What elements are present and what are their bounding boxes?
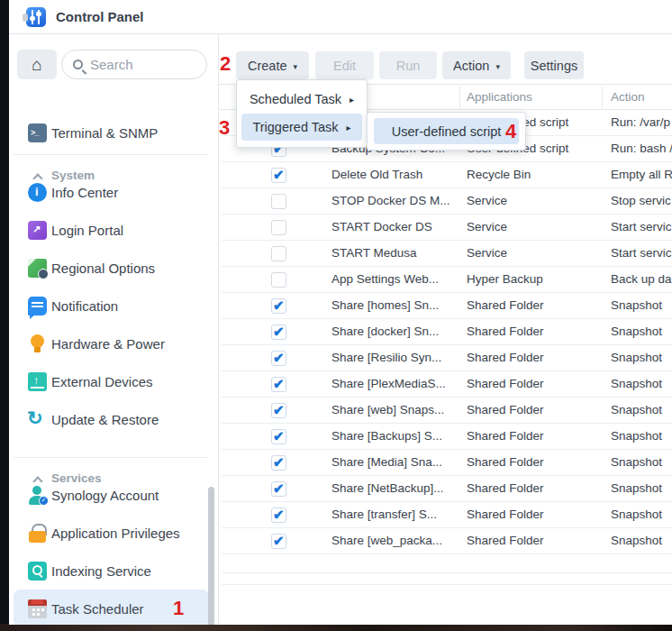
column-header-action[interactable]: Action xyxy=(611,90,645,104)
table-row[interactable]: Share [Backups] S... Shared Folder Snaps… xyxy=(222,424,672,450)
table-row[interactable]: Share [web] Snaps... Shared Folder Snaps… xyxy=(222,398,672,424)
task-action: Start servic xyxy=(611,246,672,260)
table-row[interactable]: Share [NetBackup]... Shared Folder Snaps… xyxy=(222,476,672,502)
sidebar-item-label: Notification xyxy=(51,298,118,314)
task-application: Shared Folder xyxy=(467,377,544,390)
table-row[interactable]: Delete Old Trash Recycle Bin Empty all R xyxy=(222,162,672,188)
sidebar-item-external-devices[interactable]: External Devices xyxy=(9,362,219,400)
home-button[interactable]: ⌂ xyxy=(17,50,57,79)
sidebar: ⌂ Search Terminal & SNMPSystemInfo Cente… xyxy=(9,34,219,625)
row-checkbox[interactable] xyxy=(271,455,286,471)
table-row[interactable]: App Settings Web... Hyper Backup Back up… xyxy=(222,267,672,293)
create-dropdown-menu: Scheduled Task▸Triggered Task▸ xyxy=(236,79,368,148)
task-action: Snapshot xyxy=(611,298,662,312)
chevron-down-icon: ▾ xyxy=(495,62,500,71)
table-row[interactable]: Share [PlexMediaS... Shared Folder Snaps… xyxy=(222,371,672,398)
sidebar-item-label: Task Scheduler xyxy=(51,601,144,617)
table-row[interactable]: Share [Media] Sna... Shared Folder Snaps… xyxy=(222,450,672,476)
search-placeholder: Search xyxy=(90,57,133,72)
sidebar-item-info-center[interactable]: Info Center xyxy=(9,173,219,211)
row-checkbox[interactable] xyxy=(271,194,286,209)
title-bar: Control Panel xyxy=(9,0,672,34)
edit-button[interactable]: Edit xyxy=(315,51,374,79)
sidebar-item-label: Update & Restore xyxy=(51,412,159,427)
task-scheduler-icon xyxy=(28,599,47,618)
row-checkbox[interactable] xyxy=(271,377,286,392)
task-action: Snapshot xyxy=(611,351,662,364)
settings-button[interactable]: Settings xyxy=(524,51,584,79)
task-name: Share [docker] Sn... xyxy=(331,325,439,338)
menu-item-user-defined-script[interactable]: User-defined script xyxy=(374,118,519,144)
task-application: Recycle Bin xyxy=(467,168,531,181)
run-button[interactable]: Run xyxy=(379,51,437,79)
task-name: Share [Backups] S... xyxy=(331,429,442,443)
task-action: Snapshot xyxy=(611,481,662,495)
sidebar-divider xyxy=(14,154,207,155)
task-action: Snapshot xyxy=(611,534,662,547)
login-portal-icon xyxy=(28,221,47,240)
submenu-arrow-icon: ▸ xyxy=(350,95,354,105)
row-checkbox[interactable] xyxy=(271,272,286,288)
task-action: Snapshot xyxy=(611,455,662,469)
sidebar-item-hardware-power[interactable]: Hardware & Power xyxy=(9,325,219,362)
hardware-power-icon xyxy=(28,334,47,353)
window-title: Control Panel xyxy=(56,9,144,24)
sidebar-scrollbar[interactable] xyxy=(208,487,214,625)
row-checkbox[interactable] xyxy=(271,429,286,444)
row-checkbox[interactable] xyxy=(271,325,286,340)
row-checkbox[interactable] xyxy=(271,168,286,183)
sidebar-item-indexing-service[interactable]: Indexing Service xyxy=(9,552,219,590)
button-label: Edit xyxy=(333,59,356,73)
sidebar-item-notification[interactable]: Notification xyxy=(9,287,219,325)
row-checkbox[interactable] xyxy=(271,246,286,261)
row-checkbox[interactable] xyxy=(271,403,286,418)
empty-row-divider xyxy=(222,584,672,585)
row-checkbox[interactable] xyxy=(271,298,286,314)
row-checkbox[interactable] xyxy=(271,481,286,497)
task-application: Shared Folder xyxy=(467,403,544,416)
sidebar-item-login-portal[interactable]: Login Portal xyxy=(9,211,219,249)
menu-item-triggered-task[interactable]: Triggered Task▸ xyxy=(241,114,362,141)
submenu-arrow-icon: ▸ xyxy=(347,123,351,133)
menu-item-scheduled-task[interactable]: Scheduled Task▸ xyxy=(241,86,362,113)
task-action: Snapshot xyxy=(611,429,662,443)
task-action: Run: /var/p xyxy=(611,115,670,129)
row-checkbox[interactable] xyxy=(271,508,286,523)
table-row[interactable]: STOP Docker DS M... Service Stop servic xyxy=(222,188,672,215)
sidebar-item-terminal-snmp[interactable]: Terminal & SNMP xyxy=(9,114,219,151)
sidebar-item-task-scheduler[interactable]: Task Scheduler1 xyxy=(14,590,209,625)
task-action: Snapshot xyxy=(611,325,662,338)
annotation-step-2: 2 xyxy=(220,54,231,74)
table-row[interactable]: START Docker DS Service Start servic xyxy=(222,215,672,241)
synology-account-icon: ✓ xyxy=(28,486,47,505)
sidebar-item-regional-options[interactable]: Regional Options xyxy=(9,249,219,287)
table-row[interactable]: Share [docker] Sn... Shared Folder Snaps… xyxy=(222,319,672,345)
task-name: Share [web_packa... xyxy=(331,534,442,547)
column-divider xyxy=(602,87,603,109)
sidebar-divider xyxy=(14,457,207,458)
row-checkbox[interactable] xyxy=(271,220,286,235)
table-row[interactable]: START Medusa Service Start servic xyxy=(222,241,672,267)
sidebar-item-application-privileges[interactable]: Application Privileges xyxy=(9,514,219,552)
row-checkbox[interactable] xyxy=(271,351,286,366)
sidebar-item-label: Regional Options xyxy=(51,261,155,276)
sidebar-item-update-restore[interactable]: Update & Restore xyxy=(9,400,219,438)
terminal-icon xyxy=(28,123,47,142)
table-row[interactable]: Share [web_packa... Shared Folder Snapsh… xyxy=(222,528,672,554)
task-name: STOP Docker DS M... xyxy=(331,194,450,207)
table-row[interactable]: Share [transfer] S... Shared Folder Snap… xyxy=(222,502,672,528)
table-row[interactable]: Share [Resilio Syn... Shared Folder Snap… xyxy=(222,345,672,371)
search-input[interactable]: Search xyxy=(61,50,207,79)
column-header-applications[interactable]: Applications xyxy=(467,90,532,104)
update-restore-icon xyxy=(28,410,47,429)
row-checkbox[interactable] xyxy=(271,534,286,549)
sidebar-item-label: Info Center xyxy=(51,185,118,200)
create-button[interactable]: Create▾ xyxy=(236,51,309,79)
table-row[interactable]: Share [homes] Sn... Shared Folder Snapsh… xyxy=(222,293,672,319)
action-button[interactable]: Action▾ xyxy=(442,51,511,79)
sidebar-item-synology-account[interactable]: ✓Synology Account xyxy=(9,476,219,514)
menu-item-label: User-defined script xyxy=(392,124,502,139)
sidebar-item-label: Login Portal xyxy=(51,223,123,238)
desktop-background xyxy=(0,624,672,631)
sidebar-item-label: Terminal & SNMP xyxy=(51,125,158,141)
